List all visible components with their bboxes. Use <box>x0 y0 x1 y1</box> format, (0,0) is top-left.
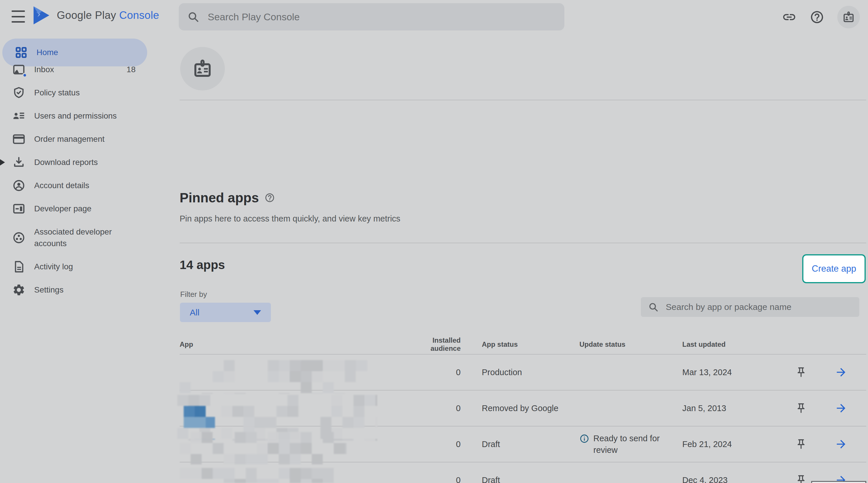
section-divider <box>180 243 866 243</box>
sidebar-item-label: Users and permissions <box>34 110 117 122</box>
col-header-app: App <box>180 340 403 348</box>
home-grid-icon <box>14 46 28 59</box>
filter-dropdown[interactable]: All <box>180 303 271 322</box>
account-circle-icon <box>12 179 26 192</box>
app-status-value: Draft <box>461 439 580 449</box>
play-triangle-icon <box>32 5 51 26</box>
table-header-row: App Installed audience App status Update… <box>180 335 866 354</box>
sidebar-item-label: Activity log <box>34 261 73 273</box>
sidebar-item-label: Policy status <box>34 87 80 98</box>
play-console-logo[interactable]: Google Play Console <box>32 5 159 26</box>
sidebar-item-label: Account details <box>34 180 89 191</box>
logo-google-play: Google Play <box>57 9 116 21</box>
app-search-bar[interactable] <box>641 297 859 317</box>
sidebar-item-developer-page[interactable]: Developer page <box>0 197 147 220</box>
open-app-arrow-icon[interactable] <box>815 366 866 379</box>
sidebar-item-settings[interactable]: Settings <box>0 278 147 302</box>
info-icon <box>580 434 589 444</box>
app-status-value: Production <box>461 368 580 377</box>
global-search-bar[interactable] <box>179 3 564 30</box>
last-updated-value: Feb 21, 2024 <box>682 439 786 449</box>
topbar-actions <box>782 0 860 34</box>
col-header-last-updated: Last updated <box>682 340 786 348</box>
last-updated-value: Jan 5, 2013 <box>682 403 786 413</box>
update-status-value: Ready to send for review <box>593 432 666 456</box>
filter-selected-value: All <box>190 308 199 317</box>
global-search-input[interactable] <box>207 11 556 23</box>
pin-icon[interactable] <box>786 402 815 414</box>
installed-audience-value: 0 <box>403 403 461 413</box>
credit-card-icon <box>12 133 26 146</box>
associated-accounts-icon <box>12 231 26 245</box>
sidebar-item-label: Associated developer accounts <box>34 226 124 249</box>
pinned-apps-help-icon[interactable] <box>265 193 275 203</box>
sidebar-item-associated-developer-accounts[interactable]: Associated developer accounts <box>0 220 147 255</box>
redacted-app-name <box>180 468 348 483</box>
pinned-apps-title: Pinned apps <box>180 190 259 205</box>
last-updated-value: Dec 4, 2023 <box>682 476 786 483</box>
apps-count-heading: 14 apps <box>180 258 225 272</box>
installed-audience-value: 0 <box>403 476 461 483</box>
page-title: Pinned apps <box>180 190 275 205</box>
download-icon <box>12 156 26 169</box>
col-header-app-status: App status <box>461 340 580 348</box>
search-icon <box>187 10 199 23</box>
installed-audience-value: 0 <box>403 439 461 449</box>
menu-icon[interactable] <box>11 10 25 23</box>
sidebar-item-label: Developer page <box>34 203 92 215</box>
create-app-label: Create app <box>812 263 856 274</box>
pin-icon[interactable] <box>786 366 815 378</box>
open-app-arrow-icon[interactable] <box>815 402 866 415</box>
sidebar-item-inbox[interactable]: Inbox 18 <box>0 58 147 81</box>
redacted-app-name <box>180 360 367 394</box>
sidebar-item-label: Settings <box>34 284 63 296</box>
redacted-app-name <box>180 432 346 464</box>
filter-by-label: Filter by <box>180 290 207 299</box>
search-icon <box>648 302 659 313</box>
developer-page-icon <box>12 202 26 216</box>
chevron-down-icon <box>253 310 261 315</box>
id-badge-icon <box>192 58 213 80</box>
sidebar-item-activity-log[interactable]: Activity log <box>0 255 147 278</box>
help-icon[interactable] <box>809 9 825 25</box>
app-status-value: Draft <box>461 476 580 483</box>
col-header-installed-audience: Installed audience <box>403 336 461 352</box>
link-icon[interactable] <box>782 9 797 25</box>
logo-console: Console <box>119 9 159 21</box>
create-app-button[interactable]: Create app <box>802 254 866 283</box>
sidebar-item-order-management[interactable]: Order management <box>0 127 147 151</box>
sidebar-item-label: Home <box>36 47 58 58</box>
sidebar-item-download-reports[interactable]: Download reports <box>0 151 147 174</box>
col-header-update-status: Update status <box>580 340 682 348</box>
download-reports-expander-icon[interactable] <box>0 159 5 166</box>
sidebar-item-label: Download reports <box>34 157 98 168</box>
app-status-value: Removed by Google <box>461 403 580 413</box>
shield-check-icon <box>12 86 26 100</box>
users-icon <box>12 109 26 123</box>
activity-log-icon <box>12 260 26 274</box>
section-divider <box>180 100 866 100</box>
account-badge-button[interactable] <box>837 6 860 28</box>
gear-icon <box>12 283 26 296</box>
open-app-arrow-icon[interactable] <box>815 438 866 451</box>
installed-audience-value: 0 <box>403 368 461 377</box>
update-status-cell: Ready to send for review <box>580 432 682 456</box>
tooltip-edge <box>811 481 866 483</box>
sidebar-item-label: Inbox <box>34 64 54 75</box>
inbox-unread-dot <box>22 73 27 78</box>
sidebar-item-label: Order management <box>34 133 104 145</box>
last-updated-value: Mar 13, 2024 <box>682 368 786 377</box>
pinned-apps-subtitle: Pin apps here to access them quickly, an… <box>180 214 400 224</box>
sidebar-item-policy-status[interactable]: Policy status <box>0 81 147 104</box>
app-search-input[interactable] <box>665 302 852 312</box>
logo-text: Google Play Console <box>57 9 159 22</box>
play-console-app: Google Play Console <box>0 0 868 483</box>
developer-avatar <box>180 47 225 90</box>
sidebar-item-account-details[interactable]: Account details <box>0 174 147 197</box>
pin-icon[interactable] <box>786 438 815 450</box>
sidebar-item-users-permissions[interactable]: Users and permissions <box>0 104 147 127</box>
id-badge-icon <box>842 10 855 24</box>
inbox-count-badge: 18 <box>127 65 135 74</box>
